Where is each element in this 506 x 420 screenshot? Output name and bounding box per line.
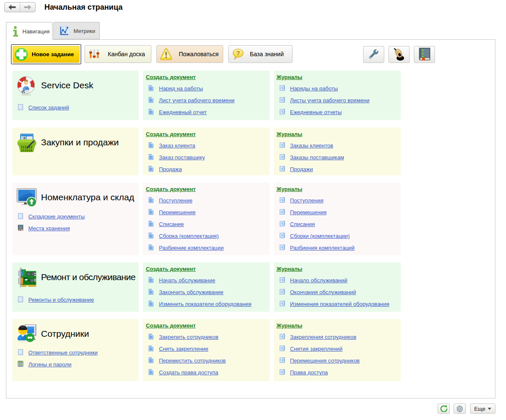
svg-text:?: ?	[236, 49, 240, 57]
